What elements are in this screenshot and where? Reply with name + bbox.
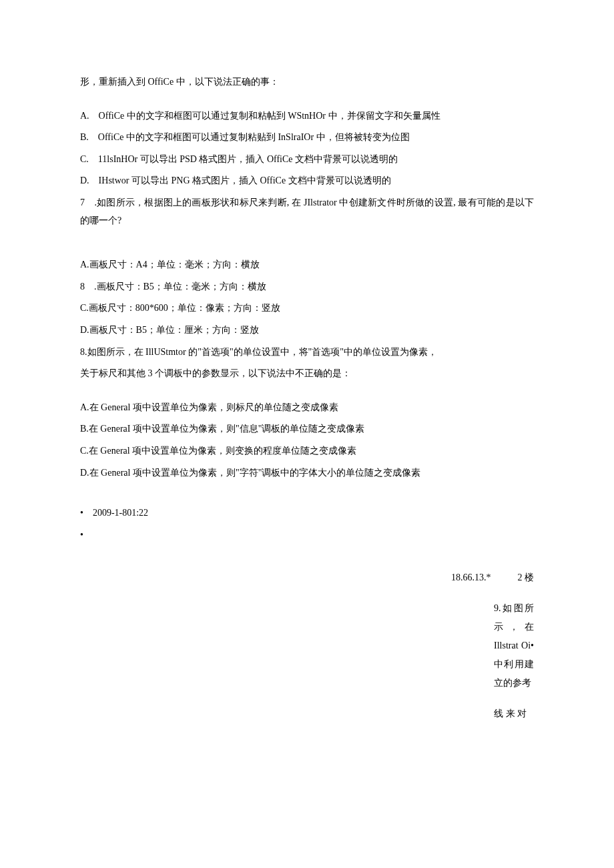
empty-bullet: • xyxy=(80,526,534,544)
q6-option-b: B. OffiCe 中的文字和框图可以通过复制粘贴到 InSlraIOr 中，但… xyxy=(80,129,534,147)
q7-option-b: 8 .画板尺寸：B5；单位：毫米；方向：横放 xyxy=(80,278,534,296)
q7-option-a: A.画板尺寸：A4；单位：毫米；方向：横放 xyxy=(80,256,534,274)
q7-stem: 7 .如图所示，根据图上的画板形状和标尺来判断, 在 JIlstrator 中创… xyxy=(80,194,534,230)
q9-block-1: 9.如图所示，在 Illstrat Oi•中利用建立的参考 xyxy=(494,599,534,693)
q8-stem-2: 关于标尺和其他 3 个调板中的参数显示，以下说法中不正确的是： xyxy=(80,365,534,383)
document-page: 形，重新插入到 OffiCe 中，以下说法正确的事： A. OffiCe 中的文… xyxy=(0,0,614,868)
q6-option-c: C. 11lsInHOr 可以导出 PSD 格式图片，插入 OffiCe 文档中… xyxy=(80,151,534,169)
intro-line: 形，重新插入到 OffiCe 中，以下说法正确的事： xyxy=(80,73,534,91)
q8-stem-1: 8.如图所示，在 IllUStmtor 的"首选项"的单位设置中，将"首选项"中… xyxy=(80,344,534,362)
q8-option-c: C.在 General 项中设置单位为像素，则变换的程度单位随之变成像素 xyxy=(80,442,534,460)
q7-option-d: D.画板尺寸：B5；单位：厘米；方向：竖放 xyxy=(80,322,534,340)
q8-option-a: A.在 General 项中设置单位为像素，则标尺的单位随之变成像素 xyxy=(80,399,534,417)
q6-option-d: D. IHstwor 可以导出 PNG 格式图片，插入 OffiCe 文档中背景… xyxy=(80,172,534,190)
q6-option-a: A. OffiCe 中的文字和框图可以通过复制和粘帖到 WStnHOr 中，并保… xyxy=(80,107,534,125)
q7-option-c: C.画板尺寸：800*600；单位：像素；方向：竖放 xyxy=(80,300,534,318)
floor-label: 2 楼 xyxy=(518,569,535,587)
timestamp: • 2009-1-801:22 xyxy=(80,504,534,522)
q8-option-b: B.在 GeneraI 项中设置单位为像素，则"信息"调板的单位随之变成像素 xyxy=(80,420,534,438)
q8-option-d: D.在 General 项中设置单位为像素，则"字符"调板中的字体大小的单位随之… xyxy=(80,464,534,482)
post-meta: • 2009-1-801:22 • xyxy=(80,504,534,544)
right-meta: 18.66.13.* 2 楼 xyxy=(80,569,534,587)
ip-address: 18.66.13.* xyxy=(451,569,491,587)
q9-block-2: 线 来 对 xyxy=(494,705,534,723)
